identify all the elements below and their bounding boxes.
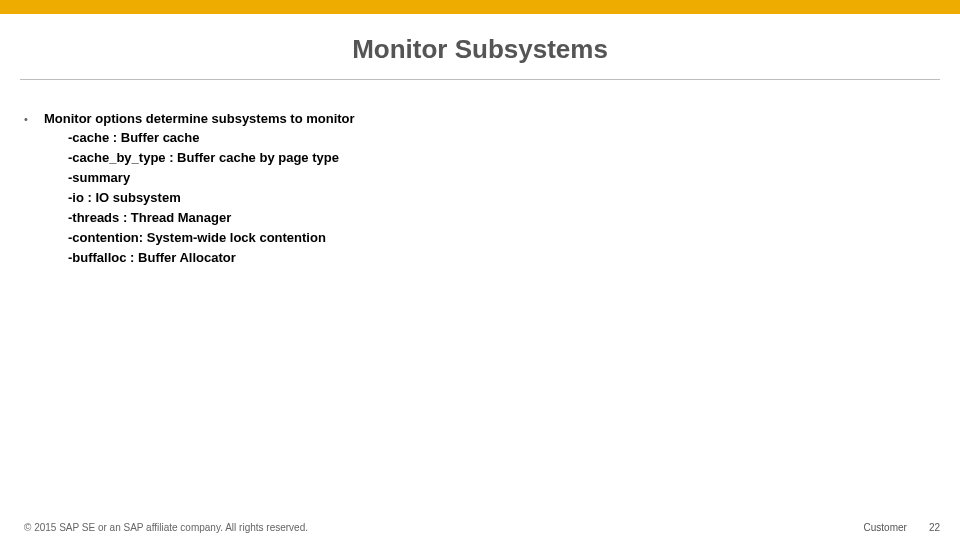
option-item: -threads : Thread Manager (68, 208, 936, 228)
slide-title: Monitor Subsystems (0, 34, 960, 65)
option-item: -buffalloc : Buffer Allocator (68, 248, 936, 268)
page-number: 22 (929, 522, 940, 533)
footer-right: Customer 22 (864, 522, 940, 533)
options-list: -cache : Buffer cache -cache_by_type : B… (24, 128, 936, 268)
copyright-text: © 2015 SAP SE or an SAP affiliate compan… (24, 522, 308, 533)
accent-bar (0, 0, 960, 14)
option-item: -summary (68, 168, 936, 188)
option-item: -io : IO subsystem (68, 188, 936, 208)
bullet-icon: • (24, 110, 44, 128)
footer: © 2015 SAP SE or an SAP affiliate compan… (0, 514, 960, 540)
lead-text: Monitor options determine subsystems to … (44, 110, 355, 128)
option-item: -cache_by_type : Buffer cache by page ty… (68, 148, 936, 168)
option-item: -cache : Buffer cache (68, 128, 936, 148)
title-area: Monitor Subsystems (0, 14, 960, 79)
content-area: • Monitor options determine subsystems t… (0, 80, 960, 268)
audience-label: Customer (864, 522, 907, 533)
option-item: -contention: System-wide lock contention (68, 228, 936, 248)
bullet-row: • Monitor options determine subsystems t… (24, 110, 936, 128)
